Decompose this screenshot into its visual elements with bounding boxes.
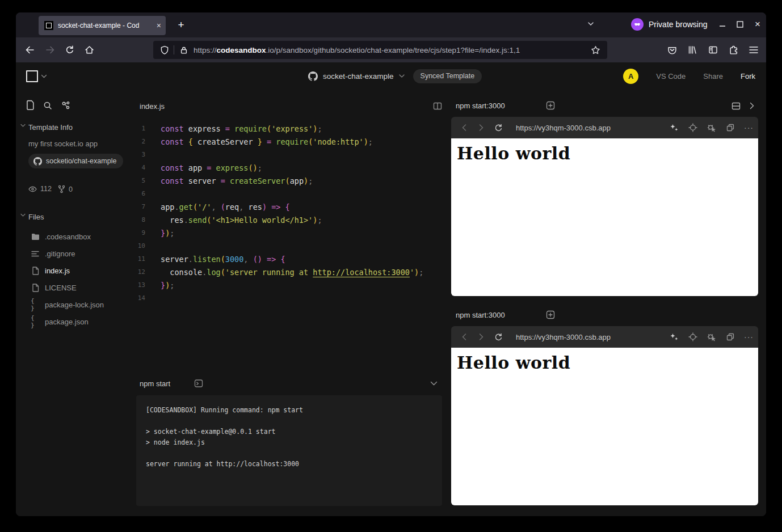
devtools-bug-icon[interactable] <box>702 332 721 341</box>
lock-icon[interactable] <box>180 46 188 54</box>
explorer-file-icon[interactable] <box>26 100 35 111</box>
new-tab-button[interactable]: + <box>173 16 190 33</box>
file-row-package.json[interactable]: { }package.json <box>31 315 89 328</box>
synced-template-badge: Synced Template <box>413 69 482 83</box>
code-line-9[interactable]: 9}); <box>136 226 445 239</box>
library-icon[interactable] <box>683 41 701 59</box>
extensions-puzzle-icon[interactable] <box>724 41 742 59</box>
code-line-6[interactable]: 6 <box>136 187 445 200</box>
project-title-group[interactable]: socket-chat-example Synced Template <box>308 62 482 90</box>
line-number: 10 <box>136 242 145 250</box>
back-button[interactable] <box>20 41 39 59</box>
code-line-10[interactable]: 10 <box>136 239 445 252</box>
menu-hamburger-icon[interactable] <box>745 41 763 59</box>
open-in-new-window-icon[interactable] <box>721 123 739 132</box>
file-row-index.js[interactable]: index.js <box>31 264 70 277</box>
file-row-LICENSE[interactable]: LICENSE <box>31 281 77 294</box>
line-number: 2 <box>136 138 145 145</box>
terminal-tab-label[interactable]: npm start <box>140 379 170 388</box>
line-number: 6 <box>136 190 145 197</box>
file-name: index.js <box>45 267 70 275</box>
preview-browser-bar: https://vy3hqm-3000.csb.app ··· <box>451 326 758 348</box>
preview-tab-label[interactable]: npm start:3000 <box>456 311 505 319</box>
shield-icon[interactable] <box>160 45 169 55</box>
line-number: 9 <box>136 229 145 237</box>
fork-button[interactable]: Fork <box>741 72 755 81</box>
code-line-14[interactable]: 14 <box>136 292 445 305</box>
next-panel-chevron-icon[interactable] <box>750 102 755 109</box>
avatar[interactable]: A <box>623 69 638 84</box>
browser-tab[interactable]: socket-chat-example - Cod × <box>39 16 166 35</box>
code-line-3[interactable]: 3 <box>136 148 445 161</box>
template-info-chevron-icon[interactable] <box>20 124 26 128</box>
list-tabs-chevron-icon[interactable] <box>587 20 595 28</box>
preview-tab-label[interactable]: npm start:3000 <box>456 102 505 110</box>
preview-pane-bottom: npm start:3000 https://vy3hqm-30 <box>451 305 758 506</box>
files-header[interactable]: Files <box>28 213 44 221</box>
template-info-header[interactable]: Template Info <box>28 123 73 132</box>
minimize-button[interactable] <box>714 16 731 33</box>
share-button[interactable]: Share <box>703 72 723 81</box>
workspace-chevron-icon[interactable] <box>41 74 47 79</box>
add-preview-icon[interactable] <box>546 101 555 110</box>
preview-back-icon[interactable] <box>456 333 473 340</box>
open-in-new-window-icon[interactable] <box>721 332 739 341</box>
preview-back-icon[interactable] <box>456 124 473 131</box>
preview-viewport[interactable]: Hello world <box>451 138 758 296</box>
terminal-output[interactable]: [CODESANDBOX] Running command: npm start… <box>136 395 442 506</box>
sparkles-icon[interactable] <box>665 332 683 341</box>
terminal-line <box>146 448 434 459</box>
template-repo-badge[interactable]: socketio/chat-example <box>28 154 123 168</box>
preview-url[interactable]: https://vy3hqm-3000.csb.app <box>516 333 665 341</box>
preview-reload-icon[interactable] <box>490 333 507 341</box>
home-button[interactable] <box>80 41 98 59</box>
graph-nodes-icon[interactable] <box>61 101 70 110</box>
preview-more-options[interactable]: ··· <box>739 332 758 341</box>
code-editor[interactable]: 1const express = require('express');2con… <box>136 122 445 305</box>
file-row-.codesandbox[interactable]: .codesandbox <box>31 230 91 243</box>
code-line-5[interactable]: 5const server = createServer(app); <box>136 174 445 187</box>
tab-close-icon[interactable]: × <box>157 21 161 30</box>
file-name: package-lock.json <box>45 301 104 309</box>
preview-viewport[interactable]: Hello world <box>451 348 758 505</box>
preview-forward-icon[interactable] <box>473 333 490 340</box>
code-line-13[interactable]: 13}); <box>136 278 445 292</box>
vscode-button[interactable]: VS Code <box>656 72 686 81</box>
split-preview-icon[interactable] <box>731 102 741 111</box>
file-row-.gitignore[interactable]: .gitignore <box>31 247 75 260</box>
editor-tab-filename[interactable]: index.js <box>140 102 165 111</box>
preview-more-options[interactable]: ··· <box>739 123 758 132</box>
preview-url[interactable]: https://vy3hqm-3000.csb.app <box>516 124 665 132</box>
hello-world-heading: Hello world <box>457 353 758 373</box>
file-row-package-lock.json[interactable]: { }package-lock.json <box>31 298 104 311</box>
code-line-11[interactable]: 11server.listen(3000, () => { <box>136 252 445 265</box>
forward-button[interactable] <box>41 41 59 59</box>
url-bar[interactable]: https://codesandbox.io/p/sandbox/github/… <box>153 41 607 59</box>
element-inspector-crosshair-icon[interactable] <box>683 332 702 341</box>
maximize-button[interactable] <box>731 16 749 33</box>
preview-forward-icon[interactable] <box>473 124 490 131</box>
pocket-icon[interactable] <box>663 41 681 59</box>
devtools-bug-icon[interactable] <box>702 123 721 132</box>
split-editor-icon[interactable] <box>433 102 442 111</box>
code-line-1[interactable]: 1const express = require('express'); <box>136 122 445 135</box>
files-chevron-icon[interactable] <box>20 213 26 217</box>
search-icon[interactable] <box>43 101 52 110</box>
url-text: https://codesandbox.io/p/sandbox/github/… <box>194 46 586 54</box>
sparkles-icon[interactable] <box>665 123 683 132</box>
code-text: console.log('server running at http://lo… <box>161 268 423 277</box>
element-inspector-crosshair-icon[interactable] <box>683 123 702 132</box>
code-line-2[interactable]: 2const { createServer } = require('node:… <box>136 135 445 148</box>
reload-button[interactable] <box>61 41 79 59</box>
codesandbox-logo-icon[interactable] <box>26 70 38 82</box>
preview-reload-icon[interactable] <box>490 124 507 132</box>
add-preview-icon[interactable] <box>546 310 555 319</box>
terminal-collapse-chevron-icon[interactable] <box>430 381 438 386</box>
code-line-7[interactable]: 7app.get('/', (req, res) => { <box>136 200 445 213</box>
close-window-button[interactable]: × <box>749 16 766 33</box>
code-line-8[interactable]: 8 res.send('<h1>Hello world</h1>'); <box>136 213 445 226</box>
code-line-12[interactable]: 12 console.log('server running at http:/… <box>136 265 445 278</box>
bookmark-star-icon[interactable] <box>591 45 600 55</box>
sidebar-toggle-icon[interactable] <box>704 41 722 59</box>
code-line-4[interactable]: 4const app = express(); <box>136 161 445 174</box>
